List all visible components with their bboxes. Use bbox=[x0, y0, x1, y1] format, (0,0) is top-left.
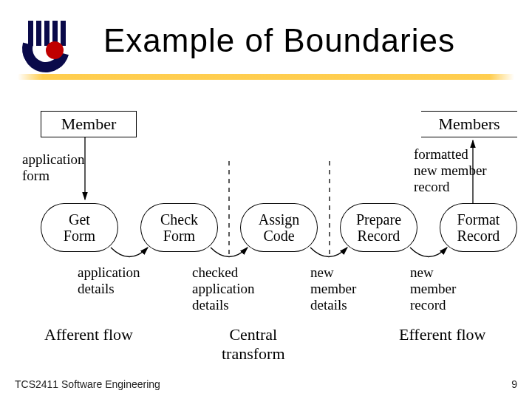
label-application-details: applicationdetails bbox=[78, 265, 140, 297]
logo-dot bbox=[46, 41, 64, 59]
label-application-form: applicationform bbox=[22, 151, 84, 184]
footer-course: TCS2411 Software Engineering bbox=[15, 378, 160, 390]
title-underline bbox=[18, 74, 514, 80]
process-get-form: GetForm bbox=[41, 203, 118, 252]
process-format-record: FormatRecord bbox=[440, 203, 517, 252]
footer-page: 9 bbox=[511, 378, 517, 390]
logo bbox=[22, 21, 89, 72]
process-check-form: CheckForm bbox=[140, 203, 218, 252]
entity-member: Member bbox=[41, 111, 137, 137]
process-assign-code: AssignCode bbox=[240, 203, 318, 252]
label-new-member-details: newmemberdetails bbox=[310, 265, 356, 313]
label-formatted-record: formattednew memberrecord bbox=[414, 146, 487, 195]
page-title: Example of Boundaries bbox=[103, 22, 455, 59]
datastore-members: Members bbox=[421, 111, 517, 137]
label-efferent-flow: Efferent flow bbox=[399, 325, 486, 344]
label-afferent-flow: Afferent flow bbox=[44, 325, 133, 344]
label-central-transform: Centraltransform bbox=[222, 325, 285, 364]
process-prepare-record: PrepareRecord bbox=[340, 203, 417, 252]
label-checked-details: checkedapplicationdetails bbox=[192, 265, 254, 313]
label-new-member-record: newmemberrecord bbox=[410, 265, 456, 313]
